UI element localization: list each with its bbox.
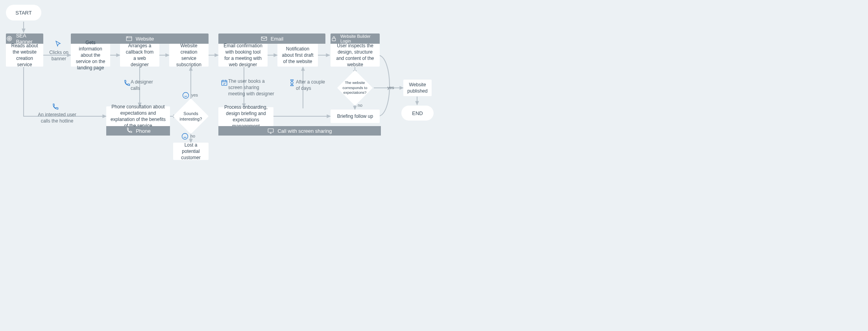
mail-icon xyxy=(260,35,268,42)
node-arranges-callback: Arranges a callback from a web designer xyxy=(120,44,159,67)
svg-rect-7 xyxy=(222,80,227,86)
decision-sounds-interesting-label: Sounds interesting? xyxy=(178,111,204,122)
edge-no-1: no xyxy=(190,133,202,139)
footer-phone: Phone xyxy=(106,126,170,136)
node-subscription-label: Website creation service subscription xyxy=(173,43,205,68)
end-node: END xyxy=(401,106,434,121)
footer-phone-label: Phone xyxy=(136,128,151,134)
decision-sounds-interesting: Sounds interesting? xyxy=(173,99,209,134)
header-email-label: Email xyxy=(271,36,284,42)
node-email-confirm: Email confirmation with booking tool for… xyxy=(218,44,268,67)
node-phone-consult-label: Phone consultation about expectations an… xyxy=(110,104,166,129)
edge-yes-1: yes xyxy=(191,92,203,98)
monitor-icon xyxy=(267,127,274,134)
node-reads-about: Reads about the website creation service xyxy=(6,44,43,67)
svg-rect-3 xyxy=(126,37,132,41)
svg-point-4 xyxy=(183,93,189,99)
node-phone-consult: Phone consultation about expectations an… xyxy=(106,106,170,126)
target-icon xyxy=(6,35,13,42)
edge-clicks-banner: Clicks on banner xyxy=(48,49,70,62)
lock-icon xyxy=(331,35,337,42)
node-subscription: Website creation service subscription xyxy=(169,44,209,67)
phone-icon-designer-calls xyxy=(123,80,131,87)
node-user-inspects: User inspects the design, structure and … xyxy=(331,44,380,67)
node-notification-draft: Notification about first draft of the we… xyxy=(277,44,318,67)
node-gets-info: Gets information about the service on th… xyxy=(71,44,110,67)
hourglass-icon xyxy=(288,79,296,87)
footer-screen-sharing: Call with screen sharing xyxy=(218,126,381,136)
node-gets-info-label: Gets information about the service on th… xyxy=(75,39,106,71)
node-email-confirm-label: Email confirmation with booking tool for… xyxy=(222,43,264,68)
start-label: START xyxy=(15,10,31,16)
calendar-icon xyxy=(220,79,228,87)
node-reads-about-label: Reads about the website creation service xyxy=(10,43,39,68)
cursor-icon xyxy=(54,40,62,48)
phone-icon-hotline xyxy=(51,103,59,111)
phone-icon xyxy=(126,127,133,134)
svg-rect-9 xyxy=(332,38,335,41)
start-node: START xyxy=(6,5,41,20)
flow-diagram: START SEA Banner Reads about the website… xyxy=(0,0,614,236)
node-lost-customer-label: Lost a potential customer xyxy=(177,142,205,161)
footer-screen-sharing-label: Call with screen sharing xyxy=(277,128,332,134)
node-briefing-followup-label: Briefing follow up xyxy=(337,113,373,119)
node-notification-draft-label: Notification about first draft of the we… xyxy=(281,46,314,65)
edge-designer-calls: A designer calls xyxy=(131,79,158,91)
svg-point-5 xyxy=(182,134,188,139)
neutral-face-icon xyxy=(181,132,189,140)
node-process-onboarding-label: Process onboarding, design briefing and … xyxy=(222,104,270,130)
header-website-label: Website xyxy=(136,36,154,42)
browser-icon xyxy=(126,35,133,42)
node-website-published-label: Website published xyxy=(407,82,428,94)
edge-yes-2: yes xyxy=(385,85,397,91)
edge-no-2: no xyxy=(356,102,364,108)
decision-matches-expectations-label: The website corresponds to expectations? xyxy=(341,80,369,95)
node-arranges-callback-label: Arranges a callback from a web designer xyxy=(124,43,155,68)
node-website-published: Website published xyxy=(403,80,432,96)
edge-after-days: After a couple of days xyxy=(296,79,327,91)
node-user-inspects-label: User inspects the design, structure and … xyxy=(334,43,376,68)
edge-user-books: The user books a screen sharing meeting … xyxy=(228,78,275,97)
svg-rect-8 xyxy=(268,129,274,132)
svg-rect-6 xyxy=(261,37,267,41)
node-process-onboarding: Process onboarding, design briefing and … xyxy=(218,107,273,126)
end-label: END xyxy=(412,110,423,116)
node-lost-customer: Lost a potential customer xyxy=(173,143,209,160)
edge-interested-hotline: An interested user calls the hotline xyxy=(37,112,77,124)
svg-point-2 xyxy=(9,38,9,39)
header-login-label: Website Builder Login xyxy=(340,34,380,43)
smile-icon xyxy=(182,91,190,99)
node-briefing-followup: Briefing follow up xyxy=(331,110,380,123)
decision-matches-expectations: The website corresponds to expectations? xyxy=(337,70,373,106)
